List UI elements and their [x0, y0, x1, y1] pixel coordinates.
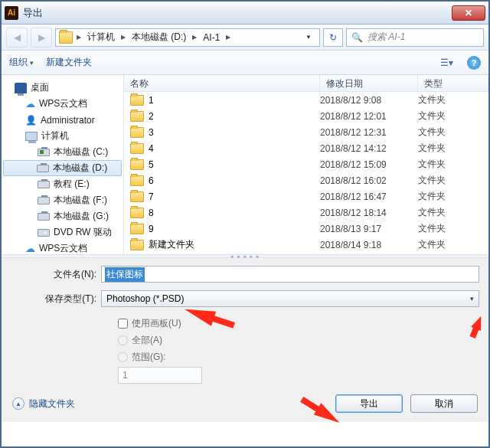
file-row[interactable]: 新建文件夹2018/8/14 9:18文件夹: [124, 237, 488, 253]
file-name: 2: [149, 111, 154, 122]
folder-icon: [130, 224, 144, 234]
view-options-button[interactable]: ☰▾: [438, 55, 455, 70]
file-name: 9: [149, 224, 154, 234]
drive-icon: [38, 197, 50, 204]
file-type: 文件夹: [418, 158, 488, 171]
savetype-combo[interactable]: Photoshop (*.PSD): [101, 290, 479, 307]
column-headers: 名称 修改日期 类型: [124, 75, 488, 92]
breadcrumb-part[interactable]: 计算机: [85, 31, 117, 44]
sidebar-item-drive-g[interactable]: 本地磁盘 (G:): [2, 208, 123, 224]
drive-icon: [38, 149, 50, 156]
file-date: 2018/8/14 9:18: [320, 240, 418, 250]
forward-button[interactable]: ▶: [31, 28, 52, 47]
file-type: 文件夹: [418, 142, 488, 155]
folder-icon: [130, 95, 144, 106]
column-type[interactable]: 类型: [418, 75, 488, 91]
hide-folders-toggle[interactable]: ▲ 隐藏文件夹: [12, 397, 75, 410]
dvd-icon: [38, 229, 50, 237]
breadcrumb-part[interactable]: 本地磁盘 (D:): [129, 31, 188, 44]
user-icon: 👤: [25, 115, 37, 126]
filename-input[interactable]: 社保图标: [101, 266, 479, 283]
help-icon[interactable]: ?: [467, 56, 481, 70]
file-type: 文件夹: [418, 174, 488, 187]
new-folder-button[interactable]: 新建文件夹: [46, 56, 92, 69]
file-date: 2018/8/12 14:12: [320, 143, 418, 154]
folder-icon: [59, 31, 73, 44]
chevron-up-icon: ▲: [12, 397, 24, 410]
range-label: 范围(G):: [132, 351, 166, 364]
file-row[interactable]: 72018/8/12 16:47文件夹: [124, 188, 488, 204]
file-name: 新建文件夹: [149, 238, 194, 251]
sidebar-item-wps[interactable]: ☁WPS云文档: [2, 96, 123, 112]
sidebar-item-drive-e[interactable]: 教程 (E:): [2, 176, 123, 192]
column-date[interactable]: 修改日期: [320, 75, 418, 91]
search-placeholder: 搜索 AI-1: [368, 31, 405, 44]
cloud-icon: ☁: [25, 243, 35, 254]
file-type: 文件夹: [418, 110, 488, 123]
file-row[interactable]: 52018/8/12 15:09文件夹: [124, 156, 488, 172]
file-list: 12018/8/12 9:08文件夹22018/8/12 12:01文件夹320…: [124, 92, 488, 253]
footer: ▲ 隐藏文件夹 导出 取消: [2, 388, 488, 422]
file-date: 2018/8/12 12:01: [320, 111, 418, 122]
navbar: ◀ ▶ ▶ 计算机 ▶ 本地磁盘 (D:) ▶ AI-1 ▶ ▼ ↻ 🔍 搜索 …: [2, 25, 488, 51]
use-artboard-checkbox[interactable]: [118, 319, 128, 329]
folder-icon: [130, 143, 144, 154]
column-name[interactable]: 名称: [124, 75, 320, 91]
main-area: 桌面 ☁WPS云文档 👤Administrator 计算机 本地磁盘 (C:) …: [2, 75, 488, 254]
file-name: 6: [149, 175, 154, 186]
file-row[interactable]: 42018/8/12 14:12文件夹: [124, 140, 488, 156]
desktop-icon: [15, 83, 27, 93]
drive-icon: [38, 213, 50, 221]
use-artboard-label: 使用画板(U): [132, 317, 181, 330]
file-row[interactable]: 12018/8/12 9:08文件夹: [124, 92, 488, 108]
file-row[interactable]: 22018/8/12 12:01文件夹: [124, 108, 488, 124]
folder-icon: [130, 159, 144, 170]
all-radio[interactable]: [118, 335, 128, 345]
sidebar-item-drive-f[interactable]: 本地磁盘 (F:): [2, 192, 123, 208]
app-icon: Ai: [5, 6, 18, 20]
file-name: 4: [149, 143, 154, 154]
sidebar-item-admin[interactable]: 👤Administrator: [2, 112, 123, 128]
organize-menu[interactable]: 组织: [9, 56, 34, 69]
sidebar-item-wps2[interactable]: ☁WPS云文档: [2, 240, 123, 254]
refresh-button[interactable]: ↻: [323, 28, 343, 47]
file-type: 文件夹: [418, 190, 488, 203]
cloud-icon: ☁: [25, 98, 35, 110]
folder-icon: [130, 127, 144, 138]
range-radio[interactable]: [118, 352, 128, 362]
titlebar: Ai 导出 ✕: [2, 2, 488, 25]
toolbar: 组织 新建文件夹 ☰▾ ?: [2, 51, 488, 75]
back-button[interactable]: ◀: [6, 28, 28, 47]
file-row[interactable]: 32018/8/12 12:31文件夹: [124, 124, 488, 140]
sidebar-item-drive-c[interactable]: 本地磁盘 (C:): [2, 144, 123, 160]
close-button[interactable]: ✕: [452, 5, 485, 21]
savetype-label: 保存类型(T):: [11, 293, 101, 306]
file-row[interactable]: 92018/8/13 9:17文件夹: [124, 221, 488, 237]
range-input[interactable]: [118, 367, 202, 384]
export-button[interactable]: 导出: [335, 394, 403, 413]
sidebar-item-drive-d[interactable]: 本地磁盘 (D:): [3, 160, 122, 176]
file-name: 7: [149, 191, 154, 202]
file-date: 2018/8/12 16:47: [320, 191, 418, 202]
file-row[interactable]: 82018/8/12 18:14文件夹: [124, 204, 488, 221]
breadcrumb[interactable]: ▶ 计算机 ▶ 本地磁盘 (D:) ▶ AI-1 ▶ ▼: [55, 28, 320, 47]
file-name: 1: [149, 95, 154, 106]
breadcrumb-part[interactable]: AI-1: [201, 32, 222, 43]
sidebar-item-computer[interactable]: 计算机: [2, 128, 123, 144]
file-type: 文件夹: [418, 222, 488, 235]
file-name: 8: [149, 208, 154, 218]
window-title: 导出: [23, 6, 452, 20]
sidebar: 桌面 ☁WPS云文档 👤Administrator 计算机 本地磁盘 (C:) …: [2, 75, 124, 254]
sidebar-item-dvd[interactable]: DVD RW 驱动: [2, 224, 123, 240]
folder-icon: [130, 240, 144, 250]
folder-icon: [130, 175, 144, 186]
file-name: 5: [149, 159, 154, 170]
search-input[interactable]: 🔍 搜索 AI-1: [346, 28, 484, 47]
cancel-button[interactable]: 取消: [410, 394, 478, 413]
file-date: 2018/8/12 18:14: [320, 208, 418, 218]
search-icon: 🔍: [351, 32, 363, 43]
file-date: 2018/8/12 16:02: [320, 175, 418, 186]
file-type: 文件夹: [418, 238, 488, 251]
sidebar-item-desktop[interactable]: 桌面: [2, 80, 123, 96]
file-row[interactable]: 62018/8/12 16:02文件夹: [124, 172, 488, 188]
